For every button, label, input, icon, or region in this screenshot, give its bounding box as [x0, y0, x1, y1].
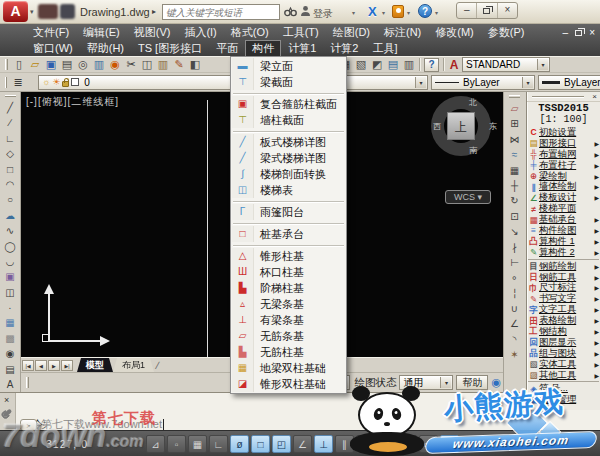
- menu-item[interactable]: 窗口(W): [26, 40, 80, 57]
- menu-item[interactable]: 修改(M): [428, 24, 481, 41]
- menu-option[interactable]: ▱ 无筋条基: [232, 328, 345, 344]
- login-label[interactable]: 登录: [313, 7, 333, 21]
- autocad-logo-icon[interactable]: A: [3, 1, 28, 22]
- toolbar-grip[interactable]: [509, 95, 520, 98]
- osnap3d-toggle[interactable]: ◰: [272, 435, 291, 453]
- menu-item[interactable]: 插入(I): [177, 24, 223, 41]
- am-toggle[interactable]: +: [440, 435, 459, 453]
- join-icon[interactable]: ∪: [506, 301, 523, 316]
- lineweight-select[interactable]: ByLayer: [538, 75, 600, 90]
- erase-icon[interactable]: ▱: [506, 101, 523, 116]
- menu-option[interactable]: ▙ 阶梯柱基: [232, 280, 345, 296]
- quickcalc-icon[interactable]: ▥: [401, 57, 417, 72]
- hatch-icon[interactable]: ▦: [2, 315, 19, 330]
- exchange-caret-icon[interactable]: ▾: [382, 9, 385, 16]
- save-icon[interactable]: ▣: [43, 57, 59, 72]
- layer-properties-icon[interactable]: ≣: [10, 75, 26, 90]
- trim-icon[interactable]: ∤: [506, 240, 523, 255]
- tab-layout1[interactable]: 布局1: [113, 358, 154, 372]
- menu-item[interactable]: 帮助(H): [80, 40, 131, 57]
- viewcube-west[interactable]: 西: [433, 121, 441, 132]
- draw-state-select[interactable]: 通用 ▾: [399, 375, 453, 390]
- copy-icon[interactable]: ◫: [139, 57, 155, 72]
- text-style-icon[interactable]: A: [446, 58, 462, 72]
- menu-item[interactable]: 编辑(E): [76, 24, 127, 41]
- new-icon[interactable]: ▯: [11, 57, 27, 72]
- badge-caret-icon[interactable]: ▾: [407, 9, 410, 16]
- paste-icon[interactable]: ▥: [155, 57, 171, 72]
- viewcube-north[interactable]: 北: [469, 97, 477, 108]
- mdi-minimize-button[interactable]: –: [563, 27, 569, 38]
- markup-icon[interactable]: ▤: [385, 57, 401, 72]
- help-button[interactable]: 帮助: [456, 375, 488, 390]
- menu-option[interactable]: Ш 杯口柱基: [232, 264, 345, 280]
- menu-option[interactable]: ╱ 梁式楼梯详图: [232, 150, 345, 166]
- help-button[interactable]: ?: [424, 58, 439, 72]
- offset-icon[interactable]: ≈: [506, 147, 523, 162]
- search-input[interactable]: [162, 4, 280, 20]
- help-circle-icon[interactable]: ?: [418, 4, 432, 18]
- point-icon[interactable]: ∙: [2, 300, 19, 315]
- menu-item[interactable]: 构件: [245, 40, 281, 57]
- menu-option[interactable]: □ 桩基承台: [232, 226, 345, 242]
- extend-icon[interactable]: ⊢: [506, 255, 523, 270]
- stretch-icon[interactable]: ↘: [506, 224, 523, 239]
- linetype-select[interactable]: ByLayer ▾: [431, 75, 535, 90]
- fillet-icon[interactable]: ◝: [506, 332, 523, 347]
- toolbar-grip[interactable]: [26, 377, 29, 388]
- make-block-icon[interactable]: ◫: [2, 285, 19, 300]
- menu-option[interactable]: △ 锥形柱基: [232, 248, 345, 264]
- tool-palettes-icon[interactable]: ▧: [353, 57, 369, 72]
- viewcube[interactable]: 北 南 西 东 上: [431, 96, 491, 156]
- mtext-icon[interactable]: A: [2, 377, 19, 392]
- plot-icon[interactable]: ▤: [59, 57, 75, 72]
- toolbar-grip[interactable]: [5, 95, 16, 97]
- menu-option[interactable]: ▣ 复合箍筋柱截面: [232, 96, 345, 112]
- match-properties-icon[interactable]: ✎: [171, 57, 187, 72]
- viewcube-east[interactable]: 东: [489, 121, 497, 132]
- qp-toggle[interactable]: 0: [398, 435, 417, 453]
- break-point-icon[interactable]: ∘: [506, 270, 523, 285]
- lwt-toggle[interactable]: +: [356, 435, 375, 453]
- polyline-icon[interactable]: ∟: [2, 131, 19, 146]
- ellipse-arc-icon[interactable]: ◡: [2, 254, 19, 269]
- dwf-icon[interactable]: ◉: [107, 57, 123, 72]
- xline-icon[interactable]: ∕: [2, 115, 19, 130]
- menu-option[interactable]: ∫ 楼梯剖面转换: [232, 166, 345, 182]
- menu-option[interactable]: ⊤ 梁截面: [232, 74, 345, 90]
- chevron-down-icon[interactable]: ▾: [415, 77, 426, 88]
- tab-nav-button[interactable]: ▶|: [61, 360, 73, 371]
- snap-toggle[interactable]: ▫: [167, 435, 186, 453]
- arc-icon[interactable]: ◠: [2, 177, 19, 192]
- polar-toggle[interactable]: ø: [230, 435, 249, 453]
- chevron-down-icon[interactable]: ▾: [537, 59, 548, 70]
- menu-option[interactable]: ▙ 无筋柱基: [232, 344, 345, 360]
- polygon-icon[interactable]: ◇: [2, 146, 19, 161]
- move-icon[interactable]: ┼: [506, 178, 523, 193]
- mdi-close-button[interactable]: ×: [589, 27, 595, 38]
- transparency-toggle[interactable]: ▩: [377, 435, 396, 453]
- search-binoculars-icon[interactable]: [284, 6, 297, 17]
- viewport-controls-label[interactable]: [-][俯视][二维线框]: [26, 95, 119, 109]
- revcloud-icon[interactable]: ☁: [2, 208, 19, 223]
- chevron-down-icon[interactable]: ▾: [522, 77, 533, 88]
- tab-model[interactable]: 模型: [77, 358, 113, 372]
- menu-item[interactable]: TS [图形接口: [131, 40, 209, 57]
- wcs-dropdown[interactable]: WCS ▾: [445, 190, 491, 204]
- copy-object-icon[interactable]: ⊞: [506, 116, 523, 131]
- otrack-toggle[interactable]: ∠: [293, 435, 312, 453]
- exchange-x-icon[interactable]: X: [368, 4, 377, 19]
- menu-item[interactable]: 参数(P): [481, 24, 532, 41]
- menu-option[interactable]: ▵ 无梁条基: [232, 296, 345, 312]
- dyn-toggle[interactable]: ∥: [335, 435, 354, 453]
- explode-icon[interactable]: ✶: [506, 347, 523, 362]
- gradient-icon[interactable]: ▩: [2, 331, 19, 346]
- menu-option[interactable]: ⊤ 墙柱截面: [232, 112, 345, 128]
- menu-item[interactable]: 标注(N): [377, 24, 428, 41]
- palette-grip[interactable]: ×: [527, 92, 600, 102]
- publish-icon[interactable]: ▥: [91, 57, 107, 72]
- table-icon[interactable]: ▤: [2, 362, 19, 377]
- render-wheel-icon[interactable]: ◉: [491, 376, 501, 389]
- ortho-toggle[interactable]: ∟: [209, 435, 228, 453]
- command-close-icon[interactable]: ×: [4, 395, 9, 405]
